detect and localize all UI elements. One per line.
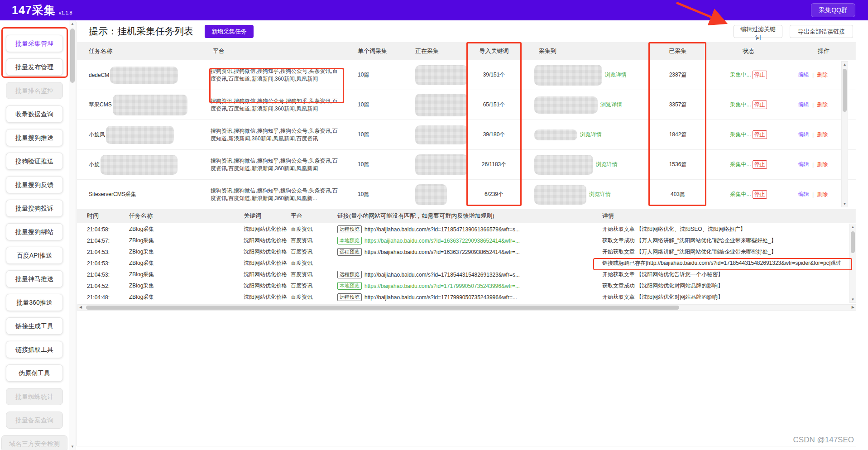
delete-link[interactable]: 删除 bbox=[817, 101, 828, 109]
sidebar-item[interactable]: 批量发布管理 bbox=[6, 58, 63, 76]
col-collecting: 正在采集 bbox=[408, 42, 468, 60]
task-table-scrollbar[interactable]: ▲ ▼ bbox=[841, 61, 848, 207]
preview-badge[interactable]: 远程预览 bbox=[337, 248, 362, 256]
sidebar-item[interactable]: 批量采集管理 bbox=[6, 35, 63, 52]
platform-cell: 搜狗资讯,搜狗微信,搜狗知乎,搜狗公众号,头条资讯,百度资讯,百度知道,新浪新闻… bbox=[211, 150, 346, 179]
stop-button[interactable]: 停止 bbox=[753, 71, 767, 79]
log-link-cell: 远程预览 http://baijiahao.baidu.com/s?id=171… bbox=[337, 269, 589, 280]
per-word-cell: 10篇 bbox=[346, 60, 408, 90]
log-task-cell: ZBlog采集 bbox=[120, 224, 226, 235]
browse-details-link[interactable]: 浏览详情 bbox=[600, 101, 622, 109]
edit-link[interactable]: 编辑 bbox=[798, 131, 809, 139]
log-link-cell: 远程预览 http://baijiahao.baidu.com/s?id=171… bbox=[337, 224, 589, 235]
sidebar-item[interactable]: 收录数据查询 bbox=[6, 105, 63, 123]
imported-keywords-cell: 39/180个 bbox=[468, 120, 520, 149]
collected-to-cell: 浏览详情 bbox=[520, 150, 650, 179]
log-task-cell: ZBlog采集 bbox=[120, 269, 226, 280]
delete-link[interactable]: 删除 bbox=[817, 71, 828, 79]
collected-to-cell: 浏览详情 bbox=[520, 180, 650, 208]
sidebar-item[interactable]: 百度API推送 bbox=[6, 247, 63, 264]
log-time-cell: 21:04:53: bbox=[77, 246, 120, 258]
article-url[interactable]: http://baijiahao.baidu.com/s?id=17185443… bbox=[364, 272, 520, 278]
blurred-region bbox=[415, 154, 468, 175]
log-table-scrollbar[interactable]: ▲ ▼ bbox=[849, 224, 856, 303]
col-keyword: 关键词 bbox=[226, 209, 290, 223]
sidebar-item[interactable]: 批量360推送 bbox=[6, 294, 63, 311]
preview-badge[interactable]: 远程预览 bbox=[337, 225, 362, 233]
article-url[interactable]: https://baijiahao.baidu.com/s?id=1717999… bbox=[364, 283, 520, 289]
status-cell: 采集中... 停止 bbox=[705, 180, 791, 208]
add-task-button[interactable]: 新增采集任务 bbox=[205, 25, 254, 38]
sidebar-item[interactable]: 批量搜狗绑站 bbox=[6, 223, 63, 240]
preview-badge[interactable]: 本地预览 bbox=[337, 237, 362, 244]
edit-filter-keywords-button[interactable]: 编辑过滤关键词 bbox=[734, 25, 782, 38]
stop-button[interactable]: 停止 bbox=[753, 101, 767, 109]
log-keyword-cell: 沈阳网站优化价格 bbox=[226, 235, 290, 246]
log-detail-cell: 获取文章成功 【万人网络讲解_“沈阳网站优化”能给企业带来哪些好处_】 bbox=[589, 235, 856, 246]
stop-button[interactable]: 停止 bbox=[753, 160, 767, 169]
col-platform: 平台 bbox=[211, 42, 346, 60]
task-table-row: 苹果CMS 搜狗资讯,搜狗微信,搜狗公众号,搜狗知乎,头条资讯,百度资讯,百度知… bbox=[77, 90, 856, 120]
edit-link[interactable]: 编辑 bbox=[798, 101, 809, 109]
app-version: v1.1.8 bbox=[59, 10, 72, 15]
scroll-up-icon[interactable]: ▲ bbox=[850, 225, 856, 229]
stop-button[interactable]: 停止 bbox=[753, 130, 767, 139]
sidebar-scrollbar[interactable]: ▲ ▼ bbox=[69, 20, 76, 450]
sidebar-item[interactable]: 链接生成工具 bbox=[6, 317, 63, 335]
log-task-cell: ZBlog采集 bbox=[120, 246, 226, 258]
blurred-region bbox=[415, 125, 468, 144]
sidebar-item[interactable]: 批量搜狗投诉 bbox=[6, 200, 63, 217]
log-table-row: 21:04:53: ZBlog采集 沈阳网站优化价格 百度资讯 远程预览 htt… bbox=[77, 269, 856, 280]
qq-group-button[interactable]: 采集QQ群 bbox=[811, 3, 855, 17]
log-table-row: 21:04:52: ZBlog采集 沈阳网站优化价格 百度资讯 本地预览 htt… bbox=[77, 280, 856, 292]
export-error-links-button[interactable]: 导出全部错误链接 bbox=[790, 25, 853, 38]
sidebar-item[interactable]: 批量搜狗反馈 bbox=[6, 176, 63, 193]
delete-link[interactable]: 删除 bbox=[817, 191, 828, 198]
scroll-right-icon[interactable]: ▶ bbox=[852, 305, 854, 309]
scroll-down-icon[interactable]: ▼ bbox=[842, 202, 848, 206]
article-url[interactable]: http://baijiahao.baidu.com/s?id=17185471… bbox=[364, 226, 520, 233]
preview-badge[interactable]: 远程预览 bbox=[337, 293, 362, 301]
browse-details-link[interactable]: 浏览详情 bbox=[605, 71, 627, 79]
browse-details-link[interactable]: 浏览详情 bbox=[580, 131, 602, 139]
preview-badge[interactable]: 远程预览 bbox=[337, 271, 362, 278]
browse-details-link[interactable]: 浏览详情 bbox=[596, 161, 618, 168]
scrollbar-thumb[interactable] bbox=[843, 69, 847, 112]
sidebar-item[interactable]: 链接抓取工具 bbox=[6, 341, 63, 358]
sidebar-item[interactable]: 批量神马推送 bbox=[6, 270, 63, 287]
preview-badge[interactable]: 本地预览 bbox=[337, 282, 362, 290]
article-url[interactable]: https://baijiahao.baidu.com/s?id=1636372… bbox=[364, 249, 520, 255]
edit-link[interactable]: 编辑 bbox=[798, 71, 809, 79]
col-platform: 平台 bbox=[290, 209, 337, 223]
article-url[interactable]: http://baijiahao.baidu.com/s?id=17179990… bbox=[364, 294, 517, 301]
scroll-up-icon[interactable]: ▲ bbox=[842, 62, 848, 67]
delete-link[interactable]: 删除 bbox=[817, 131, 828, 139]
sidebar-item[interactable]: 搜狗验证推送 bbox=[6, 153, 63, 170]
sidebar-item[interactable]: 伪原创工具 bbox=[6, 364, 63, 382]
edit-link[interactable]: 编辑 bbox=[798, 191, 809, 198]
log-horizontal-scrollbar[interactable]: ◀ ▶ bbox=[77, 304, 856, 311]
scroll-left-icon[interactable]: ◀ bbox=[79, 305, 82, 309]
scroll-up-icon[interactable]: ▲ bbox=[69, 22, 76, 26]
scrollbar-thumb[interactable] bbox=[70, 29, 75, 83]
log-table-row: 21:04:48: ZBlog采集 沈阳网站优化价格 百度资讯 远程预览 htt… bbox=[77, 292, 856, 303]
scrollbar-thumb[interactable] bbox=[851, 231, 855, 253]
scrollbar-thumb[interactable] bbox=[86, 306, 679, 310]
scroll-down-icon[interactable]: ▼ bbox=[850, 297, 856, 302]
edit-link[interactable]: 编辑 bbox=[798, 161, 809, 168]
stop-button[interactable]: 停止 bbox=[753, 190, 767, 199]
blurred-region bbox=[110, 67, 178, 84]
article-url[interactable]: https://baijiahao.baidu.com/s?id=1636372… bbox=[364, 238, 520, 244]
status-running: 采集中... bbox=[730, 71, 751, 79]
sidebar-item[interactable]: 批量搜狗推送 bbox=[6, 129, 63, 146]
scroll-down-icon[interactable]: ▼ bbox=[69, 445, 76, 449]
delete-link[interactable]: 删除 bbox=[817, 161, 828, 168]
col-task-name: 任务名称 bbox=[120, 209, 226, 223]
log-detail-cell: 链接或标题已存在[http://baijiahao.baidu.com/s?id… bbox=[589, 258, 856, 269]
browse-details-link[interactable]: 浏览详情 bbox=[589, 191, 611, 198]
status-cell: 采集中... 停止 bbox=[705, 60, 791, 90]
status-running: 采集中... bbox=[730, 161, 751, 168]
per-word-cell: 10篇 bbox=[346, 180, 408, 208]
blurred-region bbox=[415, 65, 468, 85]
col-collected-to: 采集到 bbox=[520, 42, 650, 60]
